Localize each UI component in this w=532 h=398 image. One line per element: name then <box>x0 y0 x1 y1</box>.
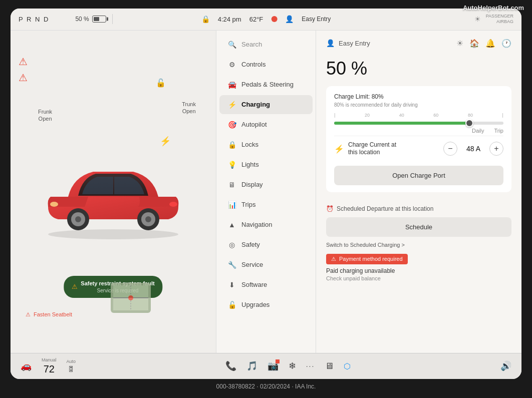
alert-triangle-icon: ⚠ <box>72 283 78 290</box>
menu-item-locks[interactable]: 🔒 Locks <box>219 135 313 154</box>
taskbar-dots[interactable]: ··· <box>306 362 315 370</box>
charge-current-label: Charge Current at this location <box>348 141 439 157</box>
taskbar-phone[interactable]: 📞 <box>225 360 236 371</box>
decrease-current-button[interactable]: − <box>443 142 457 156</box>
current-control: − 48 A + <box>443 142 503 156</box>
menu-item-trips[interactable]: 📊 Trips <box>219 195 313 214</box>
svg-point-7 <box>50 202 58 207</box>
ac-icon: ❄ <box>289 360 296 371</box>
taskbar-spotify[interactable]: 🎵 <box>246 360 257 371</box>
charge-current-icon: ⚡ <box>334 144 344 154</box>
scheduled-departure-label: ⏰ Scheduled Departure at this location <box>326 205 511 212</box>
warning-triangle-icon: ⚠ <box>26 311 31 318</box>
charge-current-row: ⚡ Charge Current at this location − 48 A… <box>334 136 503 162</box>
charge-limit-card: Charge Limit: 80% 80% is recommended for… <box>326 86 511 192</box>
charge-schedule-tabs: Daily Trip <box>334 128 503 134</box>
menu-item-pedals[interactable]: 🚘 Pedals & Steering <box>219 75 313 94</box>
current-value: 48 A <box>463 145 483 153</box>
frunk-label: Frunk Open <box>38 108 52 123</box>
display-icon: 🖥 <box>227 181 236 189</box>
locks-icon: 🔒 <box>227 141 236 149</box>
increase-current-button[interactable]: + <box>489 142 503 156</box>
menu-item-safety[interactable]: ◎ Safety <box>219 235 313 254</box>
trunk-label: Trunk Open <box>182 101 196 115</box>
menu-item-search[interactable]: 🔍 Search <box>219 35 313 54</box>
passenger-airbag: PASSENGERAIRBAG <box>486 14 513 25</box>
right-panel-header: 👤 Easy Entry ☀ 🏠 🔔 🕐 <box>326 39 511 48</box>
taskbar-bluetooth[interactable]: ⬡ <box>344 361 351 371</box>
safety-icon: ◎ <box>227 241 236 249</box>
home-icon: 🏠 <box>469 39 479 48</box>
menu-item-service[interactable]: 🔧 Service <box>219 255 313 274</box>
taskbar-ac[interactable]: ❄ <box>289 360 296 371</box>
camera-icon: 📷 <box>268 360 279 371</box>
phone-icon: 📞 <box>225 360 236 371</box>
switch-charging-link[interactable]: Switch to Scheduled Charging > <box>326 242 511 248</box>
lock-indicator: 🔓 <box>156 78 166 88</box>
taskbar-car[interactable]: 🚗 <box>21 360 32 371</box>
navigation-icon: ▲ <box>227 221 236 229</box>
paid-unavailable-text: Paid charging unavailable <box>326 267 511 274</box>
slider-thumb[interactable] <box>465 119 473 127</box>
menu-item-charging[interactable]: ⚡ Charging <box>219 95 313 114</box>
prnd-indicator: P R N D <box>19 16 49 23</box>
seatbelt-text: Fasten Seatbelt <box>34 311 72 317</box>
svg-point-8 <box>169 202 177 207</box>
menu-item-software[interactable]: ⬇ Software <box>219 275 313 294</box>
menu-item-lights[interactable]: 💡 Lights <box>219 155 313 174</box>
slider-fill <box>334 122 469 125</box>
autopilot-icon: 🎯 <box>227 121 236 129</box>
menu-item-autopilot[interactable]: 🎯 Autopilot <box>219 115 313 134</box>
pedals-icon: 🚘 <box>227 81 236 89</box>
taskbar-climate-auto[interactable]: Auto 🎛 <box>67 359 76 373</box>
menu-item-upgrades[interactable]: 🔓 Upgrades <box>219 295 313 314</box>
easy-entry-status: Easy Entry <box>302 16 331 23</box>
open-charge-port-button[interactable]: Open Charge Port <box>334 166 503 185</box>
status-right: ☀ PASSENGERAIRBAG <box>474 14 513 25</box>
payment-required-badge: ⚠ Payment method required <box>326 254 408 264</box>
section-title: Easy Entry <box>339 40 370 47</box>
service-icon: 🔧 <box>227 261 236 269</box>
manual-temp: 72 <box>44 363 55 375</box>
alert-circle-icon: ⚠ <box>331 256 336 262</box>
charging-bolt-icon: ⚡ <box>160 136 171 147</box>
car-svg <box>28 142 198 242</box>
battery-status: 50 % <box>75 16 106 23</box>
taskbar-volume[interactable]: 🔊 <box>500 360 511 371</box>
upgrades-icon: 🔓 <box>227 301 236 309</box>
taskbar-screen[interactable]: 🖥 <box>325 361 334 371</box>
mini-map[interactable] <box>111 283 151 313</box>
lights-icon: 💡 <box>227 161 236 169</box>
schedule-button[interactable]: Schedule <box>326 217 511 237</box>
bell-icon: 🔔 <box>485 39 495 48</box>
controls-icon: ⚙ <box>227 61 236 69</box>
charging-icon: ⚡ <box>227 101 236 109</box>
taskbar-climate-manual[interactable]: Manual 72 <box>42 357 57 375</box>
menu-item-navigation[interactable]: ▲ Navigation <box>219 215 313 234</box>
charge-percentage: 50 % <box>326 58 511 79</box>
scheduled-departure-section: ⏰ Scheduled Departure at this location S… <box>326 205 511 254</box>
menu-item-controls[interactable]: ⚙ Controls <box>219 55 313 74</box>
payment-alert-section: ⚠ Payment method required Paid charging … <box>326 254 511 281</box>
header-icons: ☀ 🏠 🔔 🕐 <box>456 39 511 48</box>
svg-point-6 <box>145 216 151 222</box>
daily-tab[interactable]: Daily <box>472 128 484 134</box>
trips-icon: 📊 <box>227 201 236 209</box>
charge-slider-track[interactable] <box>334 122 503 125</box>
bluetooth-icon: ⬡ <box>344 361 351 371</box>
clock-icon: 🕐 <box>501 39 511 48</box>
svg-point-3 <box>75 216 81 222</box>
watermark: AutoHelperBot.com <box>463 4 524 12</box>
check-balance-text: Check unpaid balance <box>326 275 511 281</box>
software-icon: ⬇ <box>227 281 236 289</box>
battery-icon <box>92 16 106 23</box>
sun-icon: ☀ <box>456 39 463 48</box>
search-icon: 🔍 <box>227 41 236 49</box>
charge-sublabel: 80% is recommended for daily driving <box>334 102 503 108</box>
trip-tab[interactable]: Trip <box>494 128 503 134</box>
taskbar-camera[interactable]: 📷 <box>268 360 279 371</box>
record-dot <box>271 16 277 22</box>
photo-caption: 000-38780822 · 02/20/2024 · IAA Inc. <box>216 383 316 390</box>
taskbar: 🚗 Manual 72 Auto 🎛 📞 🎵 📷 <box>11 353 521 379</box>
menu-item-display[interactable]: 🖥 Display <box>219 175 313 194</box>
